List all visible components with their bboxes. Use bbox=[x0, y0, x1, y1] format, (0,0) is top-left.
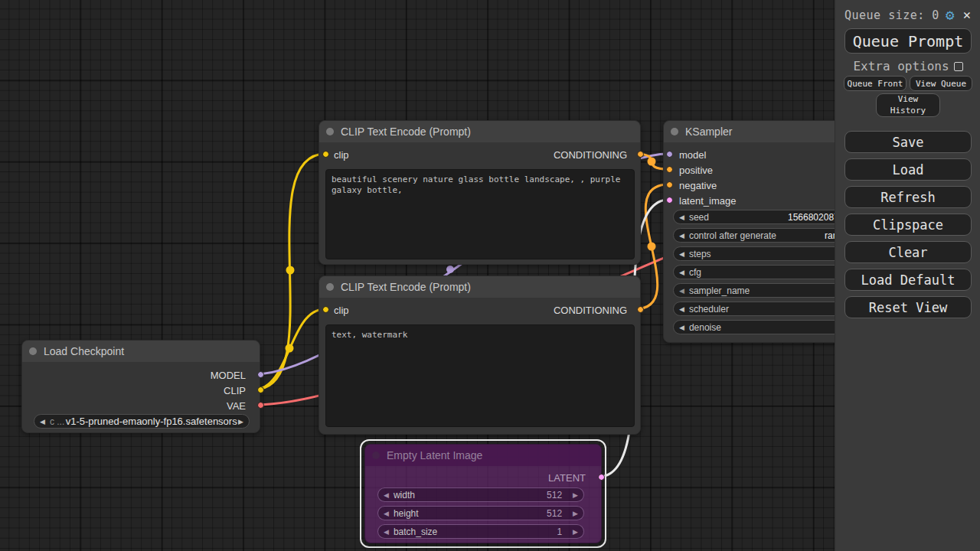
widget-name: height bbox=[394, 508, 419, 519]
link-dot[interactable] bbox=[648, 158, 656, 166]
node-title-bar[interactable]: CLIP Text Encode (Prompt) bbox=[319, 276, 640, 298]
width-widget[interactable]: ◀ width 512 ▶ bbox=[377, 487, 584, 502]
settings-gear-icon[interactable]: ⚙ bbox=[946, 8, 954, 22]
left-arrow-icon[interactable]: ◀ bbox=[679, 250, 684, 258]
link-dot[interactable] bbox=[286, 344, 294, 353]
output-conditioning-label: CONDITIONING bbox=[554, 149, 627, 161]
widget-name: scheduler bbox=[689, 304, 729, 315]
left-arrow-icon[interactable]: ◀ bbox=[679, 269, 684, 276]
queue-front-button[interactable]: Queue Front bbox=[844, 76, 906, 91]
input-clip-label: clip bbox=[334, 149, 349, 161]
collapse-dot-icon[interactable] bbox=[326, 128, 334, 135]
left-arrow-icon[interactable]: ◀ bbox=[679, 305, 684, 313]
collapse-dot-icon[interactable] bbox=[29, 347, 37, 355]
collapse-dot-icon[interactable] bbox=[671, 128, 678, 135]
widget-value: 512 bbox=[547, 490, 562, 500]
output-pin-conditioning[interactable] bbox=[637, 151, 644, 158]
close-icon[interactable]: ✕ bbox=[963, 8, 971, 21]
queue-size-label: Queue size: 0 bbox=[844, 8, 939, 22]
right-arrow-icon[interactable]: ▶ bbox=[573, 528, 578, 536]
widget-name: batch_size bbox=[394, 527, 437, 537]
node-title: CLIP Text Encode (Prompt) bbox=[341, 281, 471, 293]
node-clip-text-encode-negative[interactable]: CLIP Text Encode (Prompt) clip CONDITION… bbox=[318, 276, 641, 435]
output-conditioning-label: CONDITIONING bbox=[554, 305, 627, 316]
left-arrow-icon[interactable]: ◀ bbox=[384, 491, 389, 499]
node-title-bar[interactable]: Load Checkpoint bbox=[22, 341, 260, 362]
output-pin-clip[interactable] bbox=[257, 386, 264, 393]
left-arrow-icon[interactable]: ◀ bbox=[384, 510, 389, 517]
right-arrow-icon[interactable]: ▶ bbox=[573, 510, 578, 517]
view-history-button[interactable]: View History bbox=[876, 93, 940, 117]
widget-value: 1 bbox=[557, 527, 562, 537]
input-positive-label: positive bbox=[679, 165, 713, 176]
widget-name: sampler_name bbox=[689, 285, 750, 296]
input-pin-latent-image[interactable] bbox=[666, 197, 673, 204]
node-title: Empty Latent Image bbox=[387, 449, 482, 461]
input-model-label: model bbox=[679, 149, 706, 161]
link-dot[interactable] bbox=[286, 266, 295, 275]
node-title-bar[interactable]: CLIP Text Encode (Prompt) bbox=[319, 121, 640, 142]
node-load-checkpoint[interactable]: Load Checkpoint MODEL CLIP VAE ◀ c ... v… bbox=[21, 340, 260, 433]
input-latent-image-label: latent_image bbox=[679, 195, 736, 207]
batch-size-widget[interactable]: ◀ batch_size 1 ▶ bbox=[377, 524, 584, 539]
widget-name: steps bbox=[689, 249, 711, 259]
output-clip-label: CLIP bbox=[224, 385, 246, 396]
node-title: KSampler bbox=[685, 126, 732, 138]
reset-view-button[interactable]: Reset View bbox=[844, 296, 972, 318]
output-latent-label: LATENT bbox=[548, 472, 586, 484]
right-arrow-icon[interactable]: ▶ bbox=[573, 491, 578, 499]
widget-value: 512 bbox=[547, 508, 562, 519]
node-title: Load Checkpoint bbox=[44, 345, 124, 357]
input-pin-negative[interactable] bbox=[666, 181, 673, 188]
output-pin-model[interactable] bbox=[257, 371, 264, 378]
output-pin-vae[interactable] bbox=[257, 402, 264, 409]
ckpt-name-combo[interactable]: ◀ c ... v1-5-pruned-emaonly-fp16.safeten… bbox=[34, 414, 250, 429]
left-arrow-icon[interactable]: ◀ bbox=[40, 418, 45, 425]
node-clip-text-encode-positive[interactable]: CLIP Text Encode (Prompt) clip CONDITION… bbox=[318, 120, 641, 265]
widget-value: v1-5-pruned-emaonly-fp16.safetensors bbox=[64, 416, 238, 427]
output-model-label: MODEL bbox=[211, 370, 246, 381]
input-negative-label: negative bbox=[679, 180, 717, 191]
positive-prompt-textarea[interactable] bbox=[325, 169, 635, 259]
load-default-button[interactable]: Load Default bbox=[844, 269, 972, 291]
left-arrow-icon[interactable]: ◀ bbox=[679, 232, 684, 240]
queue-prompt-button[interactable]: Queue Prompt bbox=[844, 28, 972, 54]
left-arrow-icon[interactable]: ◀ bbox=[679, 287, 684, 295]
clear-button[interactable]: Clear bbox=[844, 241, 972, 263]
save-button[interactable]: Save bbox=[844, 131, 972, 153]
refresh-button[interactable]: Refresh bbox=[844, 186, 972, 208]
collapse-dot-icon[interactable] bbox=[372, 452, 380, 459]
height-widget[interactable]: ◀ height 512 ▶ bbox=[377, 506, 584, 520]
extra-options-label: Extra options bbox=[853, 59, 949, 73]
input-pin-clip[interactable] bbox=[322, 306, 329, 313]
load-button[interactable]: Load bbox=[844, 158, 972, 181]
left-arrow-icon[interactable]: ◀ bbox=[679, 324, 684, 331]
widget-name: seed bbox=[689, 212, 709, 223]
left-arrow-icon[interactable]: ◀ bbox=[384, 528, 389, 536]
clipspace-button[interactable]: Clipspace bbox=[844, 214, 972, 236]
node-title-bar[interactable]: Empty Latent Image bbox=[365, 445, 601, 466]
input-pin-positive[interactable] bbox=[666, 166, 673, 173]
link-dot[interactable] bbox=[446, 266, 454, 273]
input-clip-label: clip bbox=[334, 305, 349, 316]
input-pin-model[interactable] bbox=[666, 151, 673, 158]
widget-name: cfg bbox=[689, 267, 701, 278]
output-pin-latent[interactable] bbox=[598, 474, 605, 481]
link-dot[interactable] bbox=[648, 243, 656, 251]
node-empty-latent-image[interactable]: Empty Latent Image LATENT ◀ width 512 ▶ … bbox=[364, 444, 602, 543]
node-title: CLIP Text Encode (Prompt) bbox=[341, 126, 471, 138]
output-pin-conditioning[interactable] bbox=[637, 306, 644, 313]
comfy-menu-panel: Queue size: 0 ⚙ ✕ Queue Prompt Extra opt… bbox=[835, 0, 980, 551]
input-pin-clip[interactable] bbox=[322, 151, 329, 158]
widget-name: control after generate bbox=[689, 230, 776, 241]
left-arrow-icon[interactable]: ◀ bbox=[679, 214, 684, 221]
widget-name: width bbox=[394, 490, 415, 500]
negative-prompt-textarea[interactable] bbox=[325, 324, 635, 427]
collapse-dot-icon[interactable] bbox=[326, 283, 334, 291]
widget-name: c ... bbox=[50, 416, 64, 427]
view-queue-button[interactable]: View Queue bbox=[910, 76, 972, 91]
widget-name: denoise bbox=[689, 322, 721, 333]
graph-canvas[interactable]: Load Checkpoint MODEL CLIP VAE ◀ c ... v… bbox=[0, 0, 980, 551]
extra-options-checkbox[interactable] bbox=[954, 62, 963, 71]
right-arrow-icon[interactable]: ▶ bbox=[238, 418, 243, 425]
